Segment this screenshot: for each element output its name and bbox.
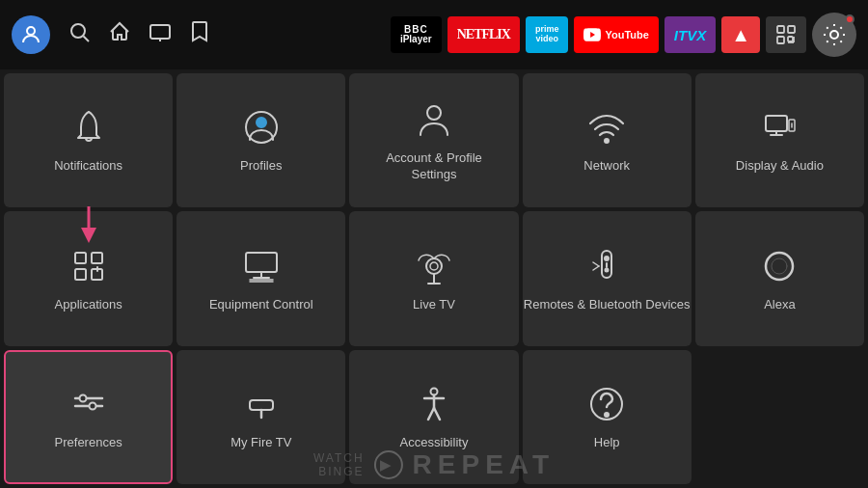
monitor-icon bbox=[240, 245, 283, 287]
settings-button[interactable] bbox=[812, 13, 856, 57]
svg-line-2 bbox=[84, 37, 90, 42]
accessibility-label: Accessibility bbox=[400, 435, 469, 451]
search-icon[interactable] bbox=[68, 20, 91, 49]
tile-alexa[interactable]: Alexa bbox=[695, 211, 864, 345]
svg-rect-27 bbox=[92, 253, 102, 263]
tile-equipment-control[interactable]: Equipment Control bbox=[176, 211, 345, 345]
applications-label: Applications bbox=[55, 297, 122, 313]
svg-point-44 bbox=[606, 268, 609, 271]
tile-preferences[interactable]: Preferences bbox=[4, 350, 173, 484]
settings-grid: Notifications Profiles Account & Profile… bbox=[0, 69, 868, 488]
svg-line-58 bbox=[428, 408, 434, 420]
svg-point-48 bbox=[772, 258, 787, 274]
tile-profiles[interactable]: Profiles bbox=[176, 73, 345, 207]
bell-icon bbox=[68, 106, 110, 149]
svg-point-42 bbox=[605, 257, 609, 260]
alexa-label: Alexa bbox=[764, 297, 796, 313]
home-icon[interactable] bbox=[108, 20, 131, 49]
question-icon bbox=[585, 383, 628, 425]
svg-point-1 bbox=[71, 24, 85, 38]
nav-apps: BBC iPlayer NETFLIX prime video YouTube … bbox=[391, 13, 856, 57]
tv-icon[interactable] bbox=[149, 20, 172, 49]
svg-point-52 bbox=[89, 402, 95, 409]
fire-stick-icon bbox=[240, 383, 283, 425]
tile-my-fire-tv[interactable]: My Fire TV bbox=[176, 350, 345, 484]
tile-empty bbox=[695, 350, 864, 484]
alexa-ring-icon bbox=[758, 245, 800, 287]
remote-icon bbox=[585, 245, 628, 287]
svg-rect-9 bbox=[788, 26, 795, 33]
help-label: Help bbox=[594, 435, 620, 451]
svg-point-16 bbox=[257, 118, 266, 127]
youtube-app[interactable]: YouTube bbox=[574, 16, 658, 53]
tile-display-audio[interactable]: Display & Audio bbox=[695, 73, 864, 207]
svg-point-37 bbox=[426, 258, 442, 274]
top-nav-bar: BBC iPlayer NETFLIX prime video YouTube … bbox=[0, 0, 868, 69]
tile-help[interactable]: Help bbox=[523, 350, 692, 484]
svg-rect-26 bbox=[75, 253, 86, 263]
svg-rect-3 bbox=[150, 25, 170, 39]
avatar[interactable] bbox=[12, 15, 50, 54]
display-audio-label: Display & Audio bbox=[736, 158, 824, 175]
my-fire-tv-label: My Fire TV bbox=[231, 435, 291, 451]
remotes-bluetooth-label: Remotes & Bluetooth Devices bbox=[524, 297, 691, 313]
all-apps-button[interactable] bbox=[766, 16, 806, 53]
itvx-app[interactable]: ITVX bbox=[665, 16, 716, 53]
svg-line-46 bbox=[593, 266, 599, 270]
person-circle-icon bbox=[240, 106, 283, 149]
svg-rect-10 bbox=[777, 37, 784, 43]
profiles-label: Profiles bbox=[240, 158, 282, 175]
preferences-label: Preferences bbox=[55, 435, 122, 451]
wifi-icon bbox=[585, 106, 628, 149]
tile-network[interactable]: Network bbox=[523, 73, 692, 207]
netflix-app[interactable]: NETFLIX bbox=[448, 16, 520, 53]
svg-rect-32 bbox=[246, 253, 277, 272]
network-label: Network bbox=[583, 158, 630, 175]
antenna-icon bbox=[413, 245, 455, 287]
account-profile-label: Account & Profile Settings bbox=[381, 150, 487, 183]
svg-marker-25 bbox=[81, 228, 96, 243]
svg-line-59 bbox=[434, 408, 440, 420]
svg-rect-8 bbox=[777, 26, 784, 33]
bookmark-icon[interactable] bbox=[189, 20, 210, 49]
tile-remotes-bluetooth[interactable]: Remotes & Bluetooth Devices bbox=[523, 211, 692, 345]
amazon-app[interactable]: ▲ bbox=[721, 16, 760, 53]
svg-point-55 bbox=[430, 388, 437, 394]
bbc-iplayer-app[interactable]: BBC iPlayer bbox=[391, 16, 442, 53]
tile-applications[interactable]: Applications bbox=[4, 211, 173, 345]
svg-rect-19 bbox=[766, 116, 787, 131]
svg-rect-53 bbox=[250, 400, 273, 410]
tile-notifications[interactable]: Notifications bbox=[4, 73, 173, 207]
svg-point-51 bbox=[79, 394, 86, 401]
tile-live-tv[interactable]: Live TV bbox=[349, 211, 518, 345]
prime-video-app[interactable]: prime video bbox=[526, 16, 569, 53]
svg-rect-11 bbox=[788, 37, 793, 41]
accessibility-icon bbox=[413, 383, 455, 425]
svg-rect-28 bbox=[75, 269, 86, 280]
notifications-label: Notifications bbox=[54, 158, 122, 175]
svg-point-17 bbox=[427, 106, 441, 120]
svg-point-14 bbox=[830, 31, 838, 39]
svg-line-45 bbox=[593, 262, 599, 266]
svg-point-18 bbox=[605, 139, 609, 143]
person-outline-icon bbox=[413, 98, 455, 141]
svg-point-0 bbox=[27, 27, 35, 35]
tile-account-profile[interactable]: Account & Profile Settings bbox=[349, 73, 518, 207]
tile-accessibility[interactable]: Accessibility bbox=[349, 350, 518, 484]
svg-point-38 bbox=[430, 262, 438, 270]
sliders-icon bbox=[68, 383, 110, 425]
live-tv-label: Live TV bbox=[413, 297, 455, 313]
svg-point-61 bbox=[605, 413, 609, 417]
equipment-control-label: Equipment Control bbox=[209, 297, 313, 313]
nav-left-icons bbox=[12, 15, 210, 54]
monitor-speaker-icon bbox=[758, 106, 800, 149]
apps-grid-icon bbox=[68, 245, 110, 287]
